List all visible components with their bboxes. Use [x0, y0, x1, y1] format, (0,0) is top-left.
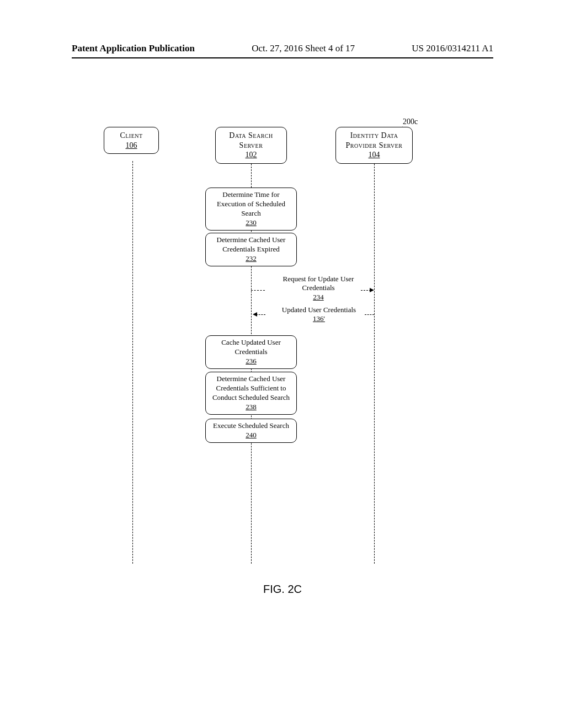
- step-determine-sufficient-ref: 238: [209, 403, 293, 412]
- message-updated-credentials-ref: 136': [266, 314, 372, 323]
- figure-caption: FIG. 2C: [0, 583, 565, 596]
- page-header: Patent Application Publication Oct. 27, …: [72, 43, 493, 58]
- step-determine-time: Determine Time for Execution of Schedule…: [205, 188, 297, 231]
- participant-client-name: Client: [120, 131, 142, 140]
- sequence-diagram: Client 106 Data Search Server 102 Identi…: [99, 127, 475, 579]
- message-request-update-text: Request for Update User Credentials: [283, 275, 354, 292]
- figure-reference-200c: 200c: [403, 117, 418, 126]
- header-center: Oct. 27, 2016 Sheet 4 of 17: [252, 43, 355, 54]
- arrow-updated-credentials-tail: [365, 314, 374, 315]
- step-cache-updated: Cache Updated User Credentials 236: [205, 335, 297, 369]
- participant-identity-name: Identity Data Provider Server: [346, 131, 403, 149]
- message-updated-credentials-text: Updated User Credentials: [282, 306, 356, 314]
- step-determine-sufficient-text: Determine Cached User Credentials Suffic…: [212, 374, 290, 402]
- participant-search-name: Data Search Server: [229, 131, 273, 149]
- step-execute-search: Execute Scheduled Search 240: [205, 419, 297, 443]
- participant-search: Data Search Server 102: [215, 127, 287, 164]
- arrowhead-left-icon: [253, 312, 257, 317]
- lifeline-identity: [374, 161, 375, 564]
- arrow-request-update-tail: [251, 290, 265, 291]
- participant-identity: Identity Data Provider Server 104: [335, 127, 413, 164]
- lifeline-client: [132, 161, 133, 564]
- participant-identity-ref: 104: [340, 150, 408, 160]
- step-determine-time-ref: 230: [209, 218, 293, 228]
- step-execute-search-text: Execute Scheduled Search: [213, 421, 289, 430]
- participant-client: Client 106: [104, 127, 159, 154]
- figure-caption-text: FIG. 2C: [263, 583, 302, 595]
- step-determine-expired-text: Determine Cached User Credentials Expire…: [217, 235, 286, 253]
- message-request-update: Request for Update User Credentials 234: [266, 275, 371, 302]
- participant-client-ref: 106: [109, 141, 154, 151]
- step-execute-search-ref: 240: [209, 431, 293, 440]
- step-cache-updated-text: Cache Updated User Credentials: [221, 338, 281, 356]
- step-determine-sufficient: Determine Cached User Credentials Suffic…: [205, 372, 297, 415]
- header-right: US 2016/0314211 A1: [412, 43, 493, 54]
- step-determine-time-text: Determine Time for Execution of Schedule…: [217, 190, 285, 217]
- step-determine-expired: Determine Cached User Credentials Expire…: [205, 233, 297, 266]
- message-updated-credentials: Updated User Credentials 136': [266, 306, 372, 324]
- figure-reference-text: 200c: [403, 117, 418, 126]
- message-request-update-ref: 234: [266, 293, 371, 302]
- step-cache-updated-ref: 236: [209, 357, 293, 366]
- step-determine-expired-ref: 232: [209, 254, 293, 264]
- arrowhead-right-icon: [370, 288, 374, 292]
- header-left: Patent Application Publication: [72, 43, 195, 54]
- arrow-updated-credentials-head-line: [256, 314, 265, 315]
- participant-search-ref: 102: [220, 150, 282, 160]
